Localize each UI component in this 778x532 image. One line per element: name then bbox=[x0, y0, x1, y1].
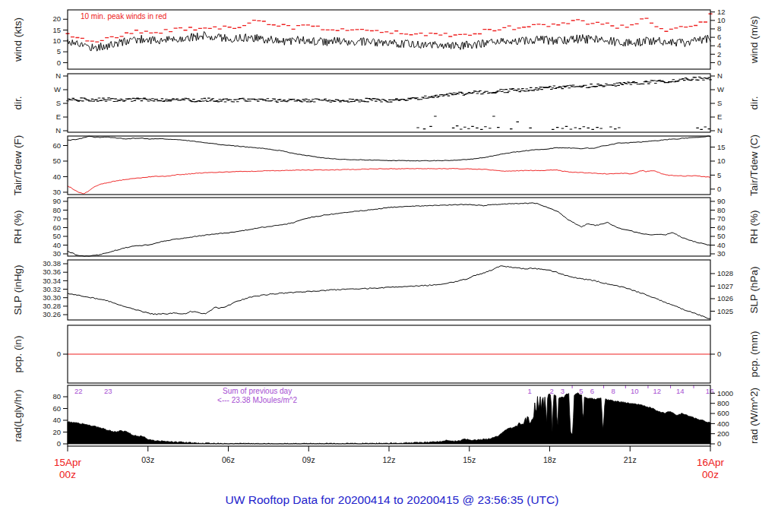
panel-box-temp bbox=[68, 136, 710, 195]
right-tick-label-temp: 5 bbox=[717, 171, 721, 179]
rad-milestone-label: 5 bbox=[579, 387, 583, 395]
left-tick-label-rh: 70 bbox=[52, 214, 61, 223]
rad-milestone-label: 8 bbox=[612, 387, 615, 395]
left-axis-title-rh: RH (%) bbox=[12, 210, 24, 243]
uw-rooftop-weather-figure: UW Rooftop Data for 20200414 to 20200415… bbox=[0, 0, 778, 532]
left-tick-label-wind: 5 bbox=[57, 47, 61, 55]
left-axis-title-pcp: pcp. (in) bbox=[12, 336, 24, 373]
right-tick-label-rh: 90 bbox=[717, 197, 726, 205]
right-tick-label-wind: 8 bbox=[717, 24, 721, 33]
left-tick-label-slp: 30.26 bbox=[43, 310, 61, 318]
rad-milestone-label: 6 bbox=[590, 387, 594, 395]
figure-title: UW Rooftop Data for 20200414 to 20200415… bbox=[226, 493, 559, 506]
x-tick-label: 21z bbox=[624, 455, 637, 464]
right-tick-label-slp: 1028 bbox=[717, 269, 733, 277]
left-tick-label-rh: 80 bbox=[52, 206, 61, 214]
left-tick-label-slp: 30.36 bbox=[43, 268, 61, 276]
left-tick-label-rad: 20 bbox=[52, 428, 61, 436]
left-axis-title-temp: Tair/Tdew (F) bbox=[12, 135, 24, 196]
panel-box-dir bbox=[68, 74, 710, 132]
rad-milestone-label: 22 bbox=[74, 387, 83, 395]
left-tick-label-rad: 0 bbox=[57, 439, 61, 448]
x-tick-label: 09z bbox=[302, 455, 315, 464]
left-tick-label-slp: 30.30 bbox=[43, 293, 61, 302]
series-slp_inhg bbox=[68, 266, 710, 318]
right-axis-title-dir: dir. bbox=[748, 96, 760, 109]
right-tick-label-rad: 400 bbox=[717, 420, 729, 428]
left-tick-label-wind: 10 bbox=[52, 36, 61, 45]
right-tick-label-dir: E bbox=[717, 112, 722, 121]
right-tick-label-slp: 1025 bbox=[717, 307, 733, 315]
series-rh_pct bbox=[68, 203, 710, 256]
left-tick-label-rad: 80 bbox=[52, 392, 61, 401]
right-axis-title-pcp: pcp. (mm) bbox=[748, 331, 760, 378]
left-tick-label-rh: 60 bbox=[52, 223, 61, 232]
series-tdew_f bbox=[68, 169, 710, 195]
right-tick-label-wind: 6 bbox=[717, 33, 721, 41]
rad-milestone-label: 1 bbox=[528, 387, 532, 395]
left-tick-label-dir: N bbox=[55, 71, 61, 80]
right-tick-label-rad: 1000 bbox=[717, 389, 733, 397]
rad-milestone-label: 12 bbox=[653, 387, 661, 395]
left-tick-label-rad: 60 bbox=[52, 404, 61, 413]
right-axis-title-slp: SLP (hPa) bbox=[748, 266, 760, 313]
left-tick-label-temp: 40 bbox=[52, 173, 61, 181]
x-tick-label: 18z bbox=[543, 455, 556, 464]
left-tick-label-rh: 30 bbox=[52, 249, 61, 258]
rad-milestone-label: 16 bbox=[706, 387, 714, 395]
rad-milestone-label: 10 bbox=[631, 387, 639, 395]
left-tick-label-slp: 30.28 bbox=[43, 302, 61, 310]
left-tick-label-wind: 20 bbox=[52, 14, 61, 23]
left-axis-title-rad: rad(Lgly/hr) bbox=[12, 389, 24, 442]
right-tick-label-dir: N bbox=[717, 126, 723, 135]
left-tick-label-dir: W bbox=[54, 85, 61, 93]
right-tick-label-rh: 70 bbox=[717, 214, 726, 223]
left-tick-label-rh: 50 bbox=[52, 232, 61, 240]
left-tick-label-slp: 30.32 bbox=[43, 285, 61, 293]
left-tick-label-temp: 30 bbox=[52, 188, 61, 196]
right-tick-label-dir: W bbox=[717, 85, 724, 93]
right-tick-label-slp: 1026 bbox=[717, 294, 733, 302]
left-tick-label-pcp: 0 bbox=[57, 350, 61, 358]
x-tick-label: 06z bbox=[222, 455, 235, 464]
series-solar_rad_wm2 bbox=[68, 393, 710, 444]
right-tick-label-wind: 12 bbox=[717, 8, 726, 16]
right-tick-label-wind: 10 bbox=[717, 16, 726, 24]
right-axis-title-rad: rad (W/m^2) bbox=[748, 388, 760, 444]
x-tick-label: 03z bbox=[141, 455, 154, 464]
right-tick-label-rh: 50 bbox=[717, 232, 726, 240]
rad-sum-note-line2: <--- 23.38 MJoules/m^2 bbox=[217, 396, 297, 404]
left-axis-title-slp: SLP (inHg) bbox=[12, 265, 24, 315]
right-tick-label-temp: 0 bbox=[717, 185, 721, 193]
panel-box-rh bbox=[68, 198, 710, 256]
rad-milestone-label: 23 bbox=[104, 387, 112, 395]
right-tick-label-wind: 4 bbox=[717, 41, 721, 49]
weather-panels-plot: UW Rooftop Data for 20200414 to 20200415… bbox=[0, 0, 778, 532]
left-tick-label-wind: 15 bbox=[52, 26, 61, 34]
right-tick-label-rh: 80 bbox=[717, 206, 726, 214]
left-tick-label-wind: 0 bbox=[57, 59, 61, 67]
right-tick-label-dir: N bbox=[717, 71, 723, 80]
right-tick-label-pcp: 0 bbox=[717, 350, 721, 358]
left-tick-label-dir: E bbox=[56, 112, 61, 121]
right-tick-label-rh: 40 bbox=[717, 241, 726, 249]
left-axis-title-dir: dir. bbox=[12, 96, 24, 109]
x-start-date-label: 15Apr bbox=[54, 457, 82, 468]
right-tick-label-temp: 10 bbox=[717, 157, 726, 165]
rad-milestone-label: 14 bbox=[676, 387, 685, 395]
left-tick-label-slp: 30.38 bbox=[43, 259, 61, 268]
right-tick-label-rh: 60 bbox=[717, 223, 726, 232]
left-tick-label-rh: 40 bbox=[52, 241, 61, 249]
panel-box-slp bbox=[68, 260, 710, 320]
right-tick-label-wind: 2 bbox=[717, 50, 721, 59]
right-tick-label-rad: 0 bbox=[717, 439, 721, 448]
right-tick-label-rad: 600 bbox=[717, 409, 729, 417]
right-tick-label-rad: 200 bbox=[717, 429, 729, 438]
rad-milestone-label: 2 bbox=[549, 387, 553, 395]
series-tair_f bbox=[68, 136, 710, 161]
left-tick-label-rad: 40 bbox=[52, 416, 61, 424]
peak-winds-annotation: 10 min. peak winds in red bbox=[81, 12, 166, 21]
left-tick-label-temp: 60 bbox=[52, 141, 61, 150]
x-end-date-label: 16Apr bbox=[697, 457, 725, 468]
right-axis-title-rh: RH (%) bbox=[748, 210, 760, 243]
